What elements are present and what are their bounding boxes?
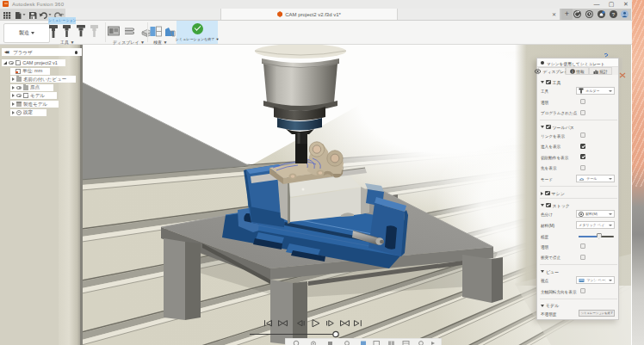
- dialog-row-label: リンクを表示: [541, 133, 565, 139]
- profile-avatar[interactable]: [621, 10, 629, 18]
- sync-icon[interactable]: [573, 10, 581, 18]
- dialog-row: モードテール: [541, 175, 616, 182]
- inspect-group-icons[interactable]: [150, 25, 176, 39]
- section-expanded-arrow-icon[interactable]: [541, 204, 544, 206]
- checkbox-先を表示[interactable]: [580, 165, 585, 170]
- close-simulation-button[interactable]: シミュレーションを終了: [579, 310, 615, 317]
- new-tab-button[interactable]: +: [561, 9, 573, 20]
- slider-knob[interactable]: [597, 233, 602, 239]
- finish-simulation-button[interactable]: シミュレーションを終了 ▼: [176, 21, 218, 44]
- section-expanded-arrow-icon[interactable]: [541, 81, 544, 83]
- dialog-section-header[interactable]: ツールパス: [541, 123, 616, 131]
- browser-item[interactable]: 設定: [10, 109, 46, 116]
- playback-controls[interactable]: [261, 317, 362, 330]
- display-group-label[interactable]: ディスプレイ ▼: [113, 40, 145, 45]
- browser-item[interactable]: 原点: [10, 84, 53, 91]
- dialog-section-header[interactable]: ビュー: [541, 268, 616, 275]
- workspace-selector[interactable]: 製造: [3, 23, 50, 43]
- go-to-start-button[interactable]: [265, 320, 272, 326]
- close-button[interactable]: ✕: [622, 1, 630, 8]
- chevron-down-icon: [609, 178, 612, 180]
- checkbox-主軸回転方向を表示[interactable]: [580, 288, 585, 293]
- dropdown-工具[interactable]: ホルダー: [576, 87, 615, 95]
- tool-group-label[interactable]: 工具 ▼: [60, 40, 74, 45]
- browser-item[interactable]: 製造モデル: [10, 101, 59, 108]
- dialog-tab-statistics[interactable]: 統計: [589, 67, 612, 75]
- maximize-button[interactable]: ▢: [607, 1, 616, 8]
- section-checkbox[interactable]: [546, 203, 551, 208]
- checkbox-透明[interactable]: [580, 243, 585, 249]
- document-tab[interactable]: CAM project2 v2.f3d v1*: [220, 9, 398, 20]
- icon-glyph: ?: [610, 10, 617, 18]
- section-checkbox[interactable]: [546, 125, 551, 130]
- checkbox-衝突で停止[interactable]: [580, 255, 585, 260]
- dialog-section-header[interactable]: 工具: [541, 78, 616, 86]
- go-to-end-button[interactable]: [355, 320, 362, 326]
- visibility-eye-icon[interactable]: [9, 61, 14, 65]
- browser-collapse-icon[interactable]: ◀◀: [4, 50, 8, 54]
- dialog-section-header[interactable]: モデル: [541, 302, 616, 310]
- tab-close-icon[interactable]: ✕: [552, 11, 556, 17]
- data-panel-icon: [15, 12, 22, 19]
- icon-glyph: [598, 10, 605, 18]
- expanded-arrow-icon[interactable]: [3, 61, 7, 65]
- slider-精度[interactable]: [579, 236, 614, 237]
- minimize-button[interactable]: —: [592, 1, 601, 8]
- visibility-eye-icon[interactable]: [16, 94, 22, 97]
- history-icon[interactable]: [585, 10, 593, 18]
- step-forward-button[interactable]: [327, 321, 334, 326]
- check-mark: [194, 25, 200, 31]
- section-checkbox[interactable]: [545, 191, 550, 196]
- checkbox-切削動作を表示[interactable]: [580, 154, 585, 159]
- play-button[interactable]: [313, 320, 319, 327]
- help-icon[interactable]: ?: [610, 10, 617, 18]
- dialog-tab-info[interactable]: i情報: [566, 67, 589, 75]
- timeline-slider[interactable]: [248, 330, 482, 338]
- browser-title: ブラウザ: [13, 50, 33, 56]
- checkbox-透明[interactable]: [580, 99, 585, 104]
- dialog-section-header[interactable]: ストック: [541, 201, 616, 209]
- dropdown-色分け[interactable]: 材料(M): [576, 210, 615, 218]
- checkbox-進入を表示[interactable]: [580, 144, 585, 149]
- section-collapsed-arrow-icon[interactable]: [541, 192, 543, 195]
- dropdown-value: マシン ベース: [586, 278, 606, 282]
- collapsed-arrow-icon[interactable]: [12, 86, 15, 89]
- next-operation-button[interactable]: [341, 321, 350, 326]
- tool-group-icons[interactable]: [48, 24, 103, 40]
- browser-header[interactable]: ◀◀ ブラウザ: [2, 48, 82, 56]
- view-navigation-bar[interactable]: [285, 338, 442, 345]
- browser-item[interactable]: 名前の付いたビュー: [10, 76, 76, 83]
- collapsed-arrow-icon[interactable]: [12, 94, 15, 97]
- visibility-eye-icon[interactable]: [16, 86, 22, 89]
- dialog-tab-display[interactable]: ディスプレイ: [538, 67, 566, 75]
- step-back-button[interactable]: [298, 321, 305, 326]
- dialog-section-header[interactable]: マシン: [541, 189, 616, 197]
- viewport-3d[interactable]: ◀◀ ブラウザ CAM project2 v1単位: mm名前の付いたビュー原点…: [0, 45, 632, 345]
- section-expanded-arrow-icon[interactable]: [541, 305, 544, 307]
- section-checkbox[interactable]: [546, 80, 551, 85]
- collapsed-arrow-icon[interactable]: [12, 111, 15, 114]
- svg-text:i: i: [572, 69, 573, 73]
- checkbox-プログラムされた点[interactable]: [580, 110, 585, 115]
- fusion-logo-icon: [3, 1, 9, 7]
- browser-item-label: 設定: [23, 109, 35, 115]
- browser-item[interactable]: 単位: mm: [10, 68, 50, 75]
- notifications-icon[interactable]: [598, 10, 605, 18]
- checkbox-リンクを表示[interactable]: [580, 132, 585, 138]
- dropdown-視点[interactable]: マシン ベース: [576, 276, 615, 284]
- dropdown-モード[interactable]: テール: [576, 175, 615, 182]
- dialog-row: 衝突で停止: [541, 254, 616, 262]
- dialog-divider: [540, 299, 617, 299]
- inspect-group-label[interactable]: 検査 ▼: [153, 40, 167, 45]
- browser-dot-icon[interactable]: [75, 51, 78, 54]
- dialog-title-bar[interactable]: マシンを使用してシミュレート: [537, 59, 618, 67]
- dropdown-材料(M)[interactable]: メタリック ペイン..: [576, 221, 615, 229]
- section-expanded-arrow-icon[interactable]: [541, 126, 544, 128]
- collapsed-arrow-icon[interactable]: [12, 102, 15, 106]
- browser-item[interactable]: CAM project2 v1: [2, 59, 65, 66]
- contextual-tab-simulation[interactable]: シミュレーション: [48, 17, 76, 24]
- section-expanded-arrow-icon[interactable]: [541, 270, 544, 273]
- browser-item[interactable]: モデル: [10, 92, 57, 99]
- previous-operation-button[interactable]: [279, 321, 288, 326]
- collapsed-arrow-icon[interactable]: [12, 77, 15, 81]
